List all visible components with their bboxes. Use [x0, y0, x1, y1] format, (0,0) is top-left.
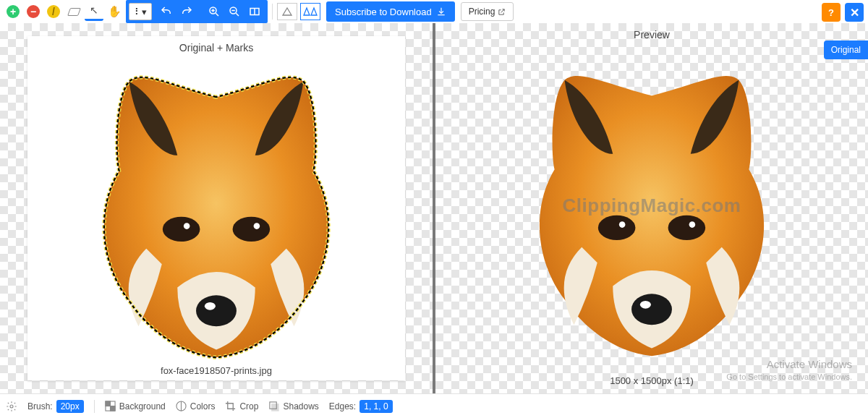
bg-mode-single[interactable] — [277, 3, 297, 20]
slash-icon: / — [47, 5, 60, 18]
original-image — [61, 54, 372, 365]
pan-tool[interactable]: ✋ — [105, 2, 124, 21]
zoom-in-button[interactable] — [205, 2, 224, 21]
svg-point-19 — [631, 294, 672, 325]
svg-point-10 — [233, 216, 271, 241]
svg-point-11 — [184, 223, 190, 229]
svg-line-1 — [216, 13, 218, 16]
colors-icon — [176, 401, 187, 411]
history-zoom-group: ⠇▾ — [126, 0, 268, 23]
mark-remove-tool[interactable]: − — [24, 2, 43, 21]
redo-button[interactable] — [177, 2, 196, 21]
bottom-toolbar: Brush: 20px Background Colors Crop Shado… — [0, 393, 868, 418]
crop-label: Crop — [239, 401, 258, 411]
close-icon: ✕ — [850, 6, 859, 20]
download-icon — [436, 7, 446, 17]
left-canvas[interactable]: Original + Marks — [27, 36, 405, 380]
svg-point-14 — [205, 302, 216, 310]
top-toolbar: + − / ↖ ✋ ⠇▾ Subscribe to Download Prici… — [0, 0, 868, 23]
svg-point-18 — [689, 221, 696, 228]
svg-point-15 — [598, 215, 636, 239]
shadows-button[interactable]: Shadows — [268, 401, 318, 411]
svg-point-16 — [668, 215, 706, 239]
svg-line-5 — [236, 13, 239, 16]
bg-mode-split[interactable] — [300, 3, 320, 20]
background-button[interactable]: Background — [105, 401, 166, 411]
svg-point-9 — [163, 216, 200, 241]
redo-icon — [180, 5, 193, 18]
editor-stage: Original + Marks — [0, 23, 868, 393]
filename-label: fox-face1918507-prints.jpg — [161, 365, 272, 376]
pricing-button[interactable]: Pricing — [461, 2, 514, 21]
hair-tool[interactable]: / — [44, 2, 63, 21]
svg-rect-27 — [272, 404, 278, 411]
brush-value: 20px — [56, 400, 84, 413]
zoom-out-icon — [228, 5, 241, 18]
gear-icon — [6, 401, 17, 412]
brush-size-control[interactable]: Brush: 20px — [27, 400, 84, 413]
right-image-area: ClippingMagic.com — [448, 40, 855, 375]
crop-button[interactable]: Crop — [225, 401, 258, 411]
dimensions-label: 1500 x 1500px (1:1) — [610, 375, 694, 386]
zoom-out-button[interactable] — [225, 2, 244, 21]
svg-point-17 — [619, 221, 626, 228]
right-pane-title: Preview — [634, 29, 670, 40]
svg-point-13 — [196, 295, 237, 326]
svg-point-21 — [10, 405, 13, 408]
svg-point-20 — [640, 300, 651, 308]
edges-control[interactable]: Edges: 1, 1, 0 — [329, 400, 393, 413]
triangle-icon — [281, 7, 293, 17]
fit-icon — [248, 5, 261, 18]
edges-value: 1, 1, 0 — [359, 400, 392, 413]
original-toggle[interactable]: Original — [824, 40, 868, 59]
help-button[interactable]: ? — [822, 3, 841, 22]
eraser-icon — [67, 8, 80, 16]
fit-button[interactable] — [245, 2, 264, 21]
separator — [272, 4, 273, 20]
plus-icon: + — [7, 5, 20, 18]
brush-mode-select[interactable]: ⠇▾ — [129, 3, 152, 20]
help-icon: ? — [828, 7, 834, 18]
svg-point-12 — [254, 223, 260, 229]
pointer-icon: ↖ — [90, 4, 98, 16]
background-icon — [105, 401, 116, 411]
pricing-label: Pricing — [469, 7, 495, 17]
svg-rect-23 — [106, 401, 111, 406]
left-pane-title: Original + Marks — [179, 42, 253, 54]
scalpel-tool[interactable]: ↖ — [85, 2, 103, 21]
zoom-in-icon — [208, 5, 221, 18]
shadows-icon — [268, 401, 279, 411]
preview-image — [496, 53, 807, 364]
close-button[interactable]: ✕ — [845, 3, 864, 22]
separator — [94, 400, 95, 413]
colors-button[interactable]: Colors — [176, 401, 216, 411]
subscribe-label: Subscribe to Download — [335, 7, 432, 17]
svg-rect-24 — [110, 406, 115, 411]
right-pane: Preview — [435, 23, 868, 393]
colors-label: Colors — [190, 401, 216, 411]
left-image-area — [27, 54, 405, 365]
mark-keep-tool[interactable]: + — [4, 2, 22, 21]
brush-label: Brush: — [27, 401, 53, 411]
eraser-tool[interactable] — [64, 2, 83, 21]
subscribe-button[interactable]: Subscribe to Download — [326, 1, 455, 22]
left-pane: Original + Marks — [0, 23, 435, 393]
corner-buttons: ? ✕ — [822, 3, 864, 22]
shadows-label: Shadows — [283, 401, 318, 411]
external-link-icon — [498, 8, 506, 16]
crop-icon — [225, 401, 236, 411]
right-canvas[interactable]: Preview — [448, 23, 855, 391]
edges-label: Edges: — [329, 401, 356, 411]
background-label: Background — [119, 401, 166, 411]
hand-icon: ✋ — [108, 5, 122, 18]
triangle-split-icon — [303, 7, 318, 17]
undo-button[interactable] — [157, 2, 176, 21]
settings-button[interactable] — [6, 401, 17, 412]
undo-icon — [160, 5, 173, 18]
minus-icon: − — [27, 5, 40, 18]
